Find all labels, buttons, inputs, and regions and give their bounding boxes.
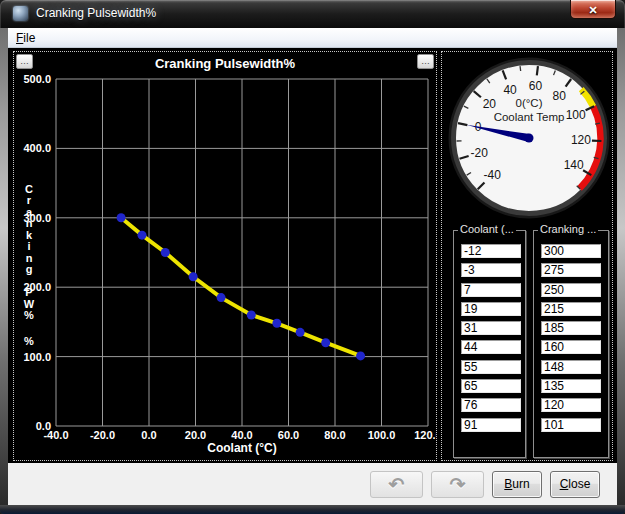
gauge-needle-hub xyxy=(525,134,534,143)
window-title: Cranking Pulsewidth% xyxy=(36,6,156,20)
y-axis-title-char: g xyxy=(26,263,33,275)
gauge-tick-label: -40 xyxy=(484,168,502,182)
titlebar[interactable]: Cranking Pulsewidth% ✕ xyxy=(0,0,625,28)
curve-point[interactable] xyxy=(356,351,365,360)
client-area: File Cranking Pulsewidth% … … -40.0-20.0… xyxy=(8,28,617,505)
gauge-tick-label: 60 xyxy=(529,79,543,93)
coolant-value-input[interactable] xyxy=(461,244,521,258)
cranking-value-input[interactable] xyxy=(541,340,601,354)
curve-point[interactable] xyxy=(138,231,147,240)
window-border-bottom xyxy=(0,505,625,514)
cranking-value-input[interactable] xyxy=(541,418,601,432)
gauge-tick-label: 20 xyxy=(483,97,497,111)
close-icon: ✕ xyxy=(588,4,597,16)
y-tick-label: 100.0 xyxy=(23,351,51,363)
gauge-tick-label: -20 xyxy=(470,146,488,160)
cranking-value-input[interactable] xyxy=(541,321,601,335)
curve-point[interactable] xyxy=(321,338,330,347)
gauge-tick-label: 80 xyxy=(553,89,567,103)
x-tick-label: 60.0 xyxy=(278,429,299,441)
y-axis-title-char: i xyxy=(27,240,30,252)
coolant-value-input[interactable] xyxy=(461,418,521,432)
gauge-and-tables-panel: -40-200204060801001201400(°C)Coolant Tem… xyxy=(441,51,613,461)
curve-point[interactable] xyxy=(189,272,198,281)
coolant-value-input[interactable] xyxy=(461,360,521,374)
curve-point[interactable] xyxy=(161,248,170,257)
y-axis-title-char: n xyxy=(26,217,33,229)
x-axis-title: Coolant (°C) xyxy=(207,441,276,455)
gauge-title: Coolant Temp xyxy=(494,111,565,123)
coolant-bins-groupbox: Coolant (... xyxy=(453,230,526,458)
window-border-right xyxy=(617,28,625,505)
cranking-value-input[interactable] xyxy=(541,283,601,297)
workarea: Cranking Pulsewidth% … … -40.0-20.00.020… xyxy=(8,48,617,463)
close-button[interactable]: Close xyxy=(550,471,600,498)
y-axis-title-char: P xyxy=(25,286,32,298)
coolant-value-input[interactable] xyxy=(461,302,521,316)
dialog-window: Cranking Pulsewidth% ✕ File Cranking Pul… xyxy=(0,0,625,514)
gauge-minor-tick xyxy=(520,66,521,71)
y-tick-label: 500.0 xyxy=(23,73,51,85)
redo-button[interactable]: ↷ xyxy=(431,471,484,498)
coolant-value-input[interactable] xyxy=(461,263,521,277)
cranking-pw-chart: -40.0-20.00.020.040.060.080.0100.0120.00… xyxy=(14,52,436,460)
menu-file[interactable]: File xyxy=(8,29,43,45)
button-bar: ↶ ↷ Burn Close xyxy=(8,463,617,505)
y-axis-title-char: n xyxy=(26,252,33,264)
coolant-value-input[interactable] xyxy=(461,340,521,354)
cranking-value-input[interactable] xyxy=(541,244,601,258)
curve-point[interactable] xyxy=(217,293,226,302)
y-axis-unit: % xyxy=(24,335,34,347)
y-axis-title-char: % xyxy=(24,309,34,321)
y-axis-title-char: a xyxy=(26,206,33,218)
x-tick-label: 0.0 xyxy=(141,429,156,441)
gauge-major-tick xyxy=(537,66,538,75)
coolant-temp-gauge: -40-200204060801001201400(°C)Coolant Tem… xyxy=(443,52,613,228)
coolant-value-input[interactable] xyxy=(461,379,521,393)
x-tick-label: 120.0 xyxy=(414,429,436,441)
cranking-value-input[interactable] xyxy=(541,263,601,277)
y-axis-title-char: C xyxy=(25,183,33,195)
cranking-groupbox-label: Cranking ... xyxy=(538,223,598,235)
gauge-tick-label: 40 xyxy=(503,83,517,97)
cranking-value-input[interactable] xyxy=(541,379,601,393)
y-axis-title-char: W xyxy=(24,298,35,310)
y-axis-title-char: r xyxy=(27,194,32,206)
x-tick-label: -20.0 xyxy=(90,429,115,441)
y-tick-label: 400.0 xyxy=(23,142,51,154)
close-window-button[interactable]: ✕ xyxy=(570,0,616,19)
cranking-value-input[interactable] xyxy=(541,302,601,316)
curve-point[interactable] xyxy=(296,328,305,337)
menubar: File xyxy=(8,28,617,48)
y-axis-title-char: k xyxy=(26,229,33,241)
redo-icon: ↷ xyxy=(450,474,466,495)
y-tick-label: 0.0 xyxy=(36,420,51,432)
curve-point[interactable] xyxy=(272,319,281,328)
gauge-value-label: 0(°C) xyxy=(516,97,543,109)
cranking-values-groupbox: Cranking ... xyxy=(533,230,609,458)
gauge-tick-label: 140 xyxy=(564,158,584,172)
coolant-value-input[interactable] xyxy=(461,398,521,412)
window-border-left xyxy=(0,28,8,505)
window-icon xyxy=(13,6,28,21)
coolant-groupbox-label: Coolant (... xyxy=(458,223,516,235)
x-tick-label: 20.0 xyxy=(185,429,206,441)
coolant-value-input[interactable] xyxy=(461,321,521,335)
curve-point[interactable] xyxy=(247,310,256,319)
cranking-value-input[interactable] xyxy=(541,360,601,374)
gauge-tick-label: 100 xyxy=(566,108,586,122)
curve-point[interactable] xyxy=(117,213,126,222)
gauge-tick-label: 120 xyxy=(571,133,591,147)
undo-icon: ↶ xyxy=(389,474,405,495)
undo-button[interactable]: ↶ xyxy=(370,471,423,498)
chart-panel: Cranking Pulsewidth% … … -40.0-20.00.020… xyxy=(13,51,437,461)
x-tick-label: 40.0 xyxy=(231,429,252,441)
x-tick-label: 100.0 xyxy=(368,429,396,441)
coolant-value-input[interactable] xyxy=(461,283,521,297)
x-tick-label: 80.0 xyxy=(324,429,345,441)
cranking-value-input[interactable] xyxy=(541,398,601,412)
burn-button[interactable]: Burn xyxy=(492,471,542,498)
